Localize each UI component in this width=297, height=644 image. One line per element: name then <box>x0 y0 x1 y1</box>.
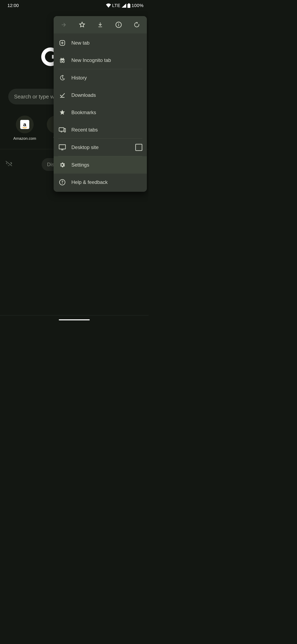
menu-item-label: Settings <box>71 162 142 168</box>
download-button[interactable] <box>94 19 106 31</box>
menu-item-label: New tab <box>71 40 142 46</box>
shortcut-amazon-icon: a <box>16 116 34 133</box>
menu-item-label: Help & feedback <box>71 179 142 185</box>
svg-rect-4 <box>118 23 119 24</box>
gesture-bar <box>59 319 90 320</box>
menu-item-label: Downloads <box>71 92 142 98</box>
hide-feed-icon[interactable] <box>5 160 13 167</box>
menu-top-actions <box>54 16 147 34</box>
svg-rect-11 <box>64 128 66 132</box>
desktop-site-checkbox[interactable] <box>135 144 142 151</box>
settings-icon <box>58 162 66 168</box>
bookmark-star-button[interactable] <box>76 19 88 31</box>
new-tab-icon <box>58 40 66 46</box>
discover-pill-label: Dis <box>47 162 54 168</box>
search-placeholder: Search or type w <box>14 94 54 100</box>
svg-rect-10 <box>61 132 62 132</box>
svg-point-8 <box>62 61 64 63</box>
desktop-icon <box>58 144 66 150</box>
page-info-button[interactable] <box>113 19 125 31</box>
bottom-separator <box>0 315 148 316</box>
bookmarks-icon <box>58 109 66 116</box>
svg-rect-12 <box>59 145 65 149</box>
menu-item-desktop-site[interactable]: Desktop site <box>54 139 147 156</box>
menu-item-help[interactable]: Help & feedback <box>54 174 147 191</box>
menu-item-label: New Incognito tab <box>71 58 142 63</box>
menu-list: New tab New Incognito tab History Downlo… <box>54 34 147 192</box>
menu-item-label: History <box>71 75 142 81</box>
history-icon <box>58 74 66 81</box>
menu-item-label: Bookmarks <box>71 110 142 116</box>
menu-item-history[interactable]: History <box>54 69 147 86</box>
menu-item-label: Desktop site <box>71 144 130 150</box>
incognito-icon <box>58 57 66 64</box>
menu-item-new-tab[interactable]: New tab <box>54 34 147 52</box>
svg-rect-6 <box>60 60 65 60</box>
reload-button[interactable] <box>131 19 143 31</box>
recent-tabs-icon <box>58 127 66 133</box>
shortcut-amazon[interactable]: a Amazon.com <box>12 116 37 141</box>
menu-item-bookmarks[interactable]: Bookmarks <box>54 104 147 121</box>
menu-item-downloads[interactable]: Downloads <box>54 86 147 104</box>
menu-item-settings[interactable]: Settings <box>54 156 147 174</box>
help-icon <box>58 179 66 186</box>
downloads-icon <box>58 92 66 98</box>
menu-item-incognito[interactable]: New Incognito tab <box>54 52 147 69</box>
svg-point-7 <box>60 61 62 63</box>
menu-item-label: Recent tabs <box>71 127 142 133</box>
svg-rect-3 <box>118 24 119 26</box>
svg-rect-9 <box>59 128 64 131</box>
forward-button[interactable] <box>58 19 70 31</box>
svg-rect-13 <box>61 150 63 150</box>
overflow-menu: New tab New Incognito tab History Downlo… <box>54 16 147 192</box>
menu-item-recent-tabs[interactable]: Recent tabs <box>54 121 147 138</box>
shortcut-label: Amazon.com <box>13 136 36 141</box>
